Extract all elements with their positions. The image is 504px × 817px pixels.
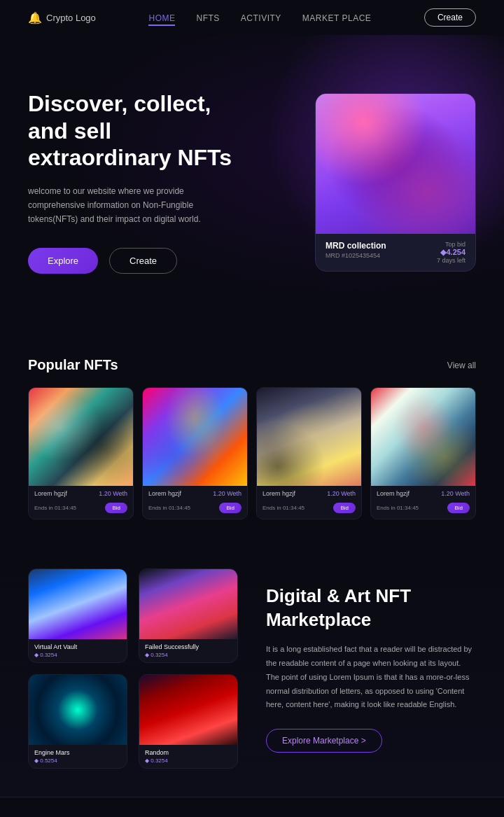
hero-card-name: MRD collection [326,241,386,251]
gallery-info-fs: Failed Successfully 0.3254 [139,639,237,662]
gallery-name-fs: Failed Successfully [145,643,232,650]
nft-price-1: 1.20 Weth [99,490,127,497]
gallery-name-va: Virtual Art Vault [34,643,121,650]
gallery-price-fs: 0.3254 [145,652,232,658]
nav-link-home[interactable]: HOME [148,13,175,26]
section-header: Popular NFTs View all [28,357,476,373]
nft-price-4: 1.20 Weth [441,490,470,497]
nft-card-footer-1: Ends in 01:34:45 Bid [29,500,133,519]
nft-card-footer-2: Ends in 01:34:45 Bid [143,500,247,519]
nft-overlay-2 [143,388,247,486]
nft-overlay-1 [29,388,133,486]
gallery-image-em [29,675,127,745]
gallery-image-va [29,569,127,639]
gallery-card-fs: Failed Successfully 0.3254 [139,568,238,663]
nav-link-marketplace[interactable]: MARKET PLACE [302,13,371,23]
gallery-name-em: Engine Mars [34,749,121,756]
gallery-card-va: Virtual Art Vault 0.3254 [28,568,127,663]
popular-title: Popular NFTs [28,357,118,373]
gallery-info-em: Engine Mars 0.5254 [29,745,127,768]
hero-buttons: Explore Create [28,248,238,274]
nft-name-3: Lorem hgzjf [262,490,295,497]
gallery-price-em: 0.5254 [34,757,121,764]
nft-grid: Lorem hgzjf 1.20 Weth Ends in 01:34:45 B… [28,387,476,519]
bid-button-1[interactable]: Bid [105,503,127,513]
nft-image-3 [257,388,361,486]
hero-nft-card: MRD collection MRD #1025435454 Top bid ◆… [315,93,476,272]
gallery-info-rand: Random 0.3254 [139,745,237,768]
nft-overlay-4 [371,388,475,486]
hero-explore-button[interactable]: Explore [28,248,98,274]
gallery-card-em: Engine Mars 0.5254 [28,674,127,769]
hero-create-button[interactable]: Create [109,248,177,274]
gallery-card-rand: Random 0.3254 [139,674,238,769]
nav-link-activity[interactable]: ACTIVITY [241,13,281,23]
gallery-image-fs [139,569,237,639]
explore-marketplace-button[interactable]: Explore Marketplace > [266,729,382,753]
marketplace-title: Digital & Art NFT Marketplace [266,585,476,632]
bid-button-4[interactable]: Bid [447,503,470,513]
nft-card-info-4: Lorem hgzjf 1.20 Weth [371,486,475,500]
nft-card-footer-3: Ends in 01:34:45 Bid [257,500,361,519]
hero-card-image-inner [316,94,475,234]
hero-card-info: MRD collection MRD #1025435454 [326,241,386,259]
logo: 🔔 Crypto Logo [28,11,96,25]
hero-card-bid-label: Top bid [437,241,465,248]
marketplace-text: Digital & Art NFT Marketplace It is a lo… [266,585,476,753]
nft-name-1: Lorem hgzjf [34,490,67,497]
footer: Follow our latest news Discord Facebook … [0,797,504,817]
nft-ends-4: Ends in 01:34:45 [377,505,419,511]
nft-card-2: Lorem hgzjf 1.20 Weth Ends in 01:34:45 B… [142,387,248,519]
nft-image-1 [29,388,133,486]
gallery-image-rand [139,675,237,745]
marketplace-description: It is a long established fact that a rea… [266,643,476,712]
nft-card-info-1: Lorem hgzjf 1.20 Weth [29,486,133,500]
nft-card-1: Lorem hgzjf 1.20 Weth Ends in 01:34:45 B… [28,387,134,519]
nft-image-2 [143,388,247,486]
hero-card-image [316,94,475,234]
nft-name-4: Lorem hgzjf [377,490,410,497]
nft-name-2: Lorem hgzjf [148,490,181,497]
navbar: 🔔 Crypto Logo HOME NFTS ACTIVITY MARKET … [0,0,504,35]
nft-overlay-3 [257,388,361,486]
hero-section: Discover, collect, and sell extraordinar… [0,35,504,329]
nft-ends-3: Ends in 01:34:45 [262,505,304,511]
popular-nfts-section: Popular NFTs View all Lorem hgzjf 1.20 W… [0,329,504,540]
view-all-link[interactable]: View all [447,361,476,370]
hero-title: Discover, collect, and sell extraordinar… [28,90,238,171]
nav-create-button[interactable]: Create [424,8,476,27]
nft-image-4 [371,388,475,486]
marketplace-gallery: Virtual Art Vault 0.3254 Failed Successf… [28,568,238,769]
gallery-price-va: 0.3254 [34,652,121,658]
nft-ends-1: Ends in 01:34:45 [34,505,76,511]
hero-card-id: MRD #1025435454 [326,252,386,259]
nft-card-info-2: Lorem hgzjf 1.20 Weth [143,486,247,500]
gallery-price-rand: 0.3254 [145,757,232,764]
hero-card-bid: Top bid ◆4.254 7 days left [437,241,465,264]
nav-link-nfts[interactable]: NFTS [196,13,219,23]
hero-description: welcome to our website where we provide … [28,184,238,227]
nft-card-3: Lorem hgzjf 1.20 Weth Ends in 01:34:45 B… [256,387,362,519]
nft-price-3: 1.20 Weth [327,490,356,497]
nft-price-2: 1.20 Weth [213,490,241,497]
marketplace-section: Virtual Art Vault 0.3254 Failed Successf… [0,540,504,797]
bid-button-2[interactable]: Bid [219,503,241,513]
hero-content: Discover, collect, and sell extraordinar… [28,90,238,273]
nav-links: HOME NFTS ACTIVITY MARKET PLACE [148,11,371,24]
nft-card-footer-4: Ends in 01:34:45 Bid [371,500,475,519]
logo-text: Crypto Logo [46,13,96,23]
gallery-info-va: Virtual Art Vault 0.3254 [29,639,127,662]
gallery-name-rand: Random [145,749,232,756]
hero-card-bid-value: ◆4.254 [437,248,465,257]
logo-icon: 🔔 [28,11,42,25]
hero-card-bid-time: 7 days left [437,257,465,264]
nft-card-info-3: Lorem hgzjf 1.20 Weth [257,486,361,500]
hero-card-body: MRD collection MRD #1025435454 Top bid ◆… [316,234,475,271]
nft-card-4: Lorem hgzjf 1.20 Weth Ends in 01:34:45 B… [370,387,476,519]
bid-button-3[interactable]: Bid [333,503,356,513]
nft-ends-2: Ends in 01:34:45 [148,505,190,511]
